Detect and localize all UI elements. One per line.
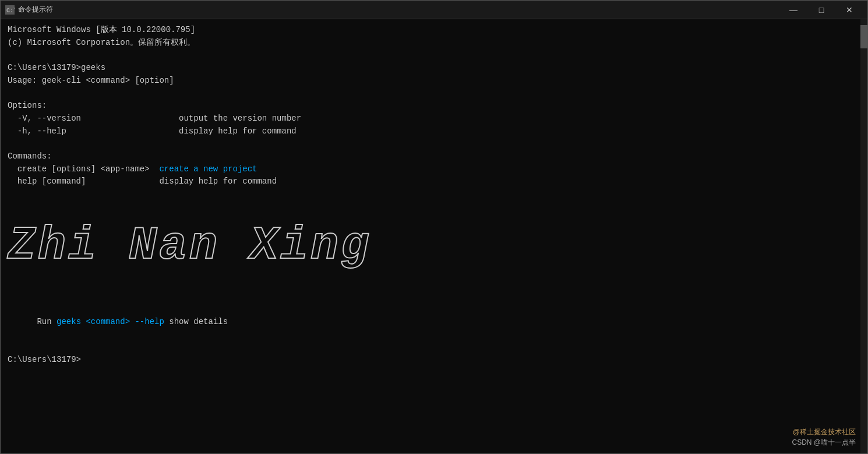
terminal-option-help: -h, --help display help for command <box>8 125 860 138</box>
terminal-line-5: Usage: geek-cli <command> [option] <box>8 75 860 87</box>
title-bar-controls: — □ ✕ <box>780 1 863 19</box>
window-title: 命令提示符 <box>18 5 53 15</box>
terminal-line-6 <box>8 87 860 100</box>
terminal-options-header: Options: <box>8 100 860 112</box>
watermark-section: Zhi Nan Xing <box>8 208 860 284</box>
terminal-line-1: Microsoft Windows [版本 10.0.22000.795] <box>8 24 860 37</box>
terminal-prompt: C:\Users\13179> <box>8 354 860 367</box>
run-suffix: show details <box>164 317 228 326</box>
terminal-option-version: -V, --version output the version number <box>8 112 860 125</box>
close-button[interactable]: ✕ <box>836 1 863 19</box>
scrollbar-thumb[interactable] <box>860 25 867 48</box>
terminal-line-blank4 <box>8 291 860 304</box>
run-link: geeks <command> --help <box>57 317 164 326</box>
title-bar: C:\ 命令提示符 — □ ✕ <box>1 1 867 19</box>
watermark-text: Zhi Nan Xing <box>8 223 371 269</box>
command-create-text: create [options] <app-name> <box>8 164 159 174</box>
svg-text:C:\: C:\ <box>6 8 15 14</box>
bottom-right-watermark: @稀土掘金技术社区 CSDN @喵十一点半 <box>792 427 856 448</box>
title-bar-left: C:\ 命令提示符 <box>5 5 53 15</box>
terminal-body[interactable]: Microsoft Windows [版本 10.0.22000.795] (c… <box>1 19 867 453</box>
terminal-line-blank3 <box>8 188 860 201</box>
run-prefix: Run <box>37 317 57 326</box>
terminal-line-3 <box>8 49 860 62</box>
terminal-run-line: Run geeks <command> --help show details <box>8 303 860 341</box>
minimize-button[interactable]: — <box>780 1 807 19</box>
terminal-line-2: (c) Microsoft Corporation。保留所有权利。 <box>8 37 860 50</box>
terminal-line-4: C:\Users\13179>geeks <box>8 62 860 75</box>
terminal-command-help: help [command] display help for command <box>8 175 860 188</box>
maximize-button[interactable]: □ <box>808 1 835 19</box>
terminal-line-blank2 <box>8 138 860 150</box>
terminal-command-create: create [options] <app-name> create a new… <box>8 163 860 176</box>
cmd-icon: C:\ <box>5 5 15 15</box>
watermark-line2: CSDN @喵十一点半 <box>792 437 856 448</box>
cmd-window: C:\ 命令提示符 — □ ✕ Microsoft Windows [版本 10… <box>0 0 868 454</box>
terminal-commands-header: Commands: <box>8 150 860 163</box>
command-create-link: create a new project <box>159 164 257 174</box>
scrollbar[interactable] <box>860 19 867 453</box>
terminal-line-blank5 <box>8 341 860 354</box>
watermark-line1: @稀土掘金技术社区 <box>792 427 856 437</box>
